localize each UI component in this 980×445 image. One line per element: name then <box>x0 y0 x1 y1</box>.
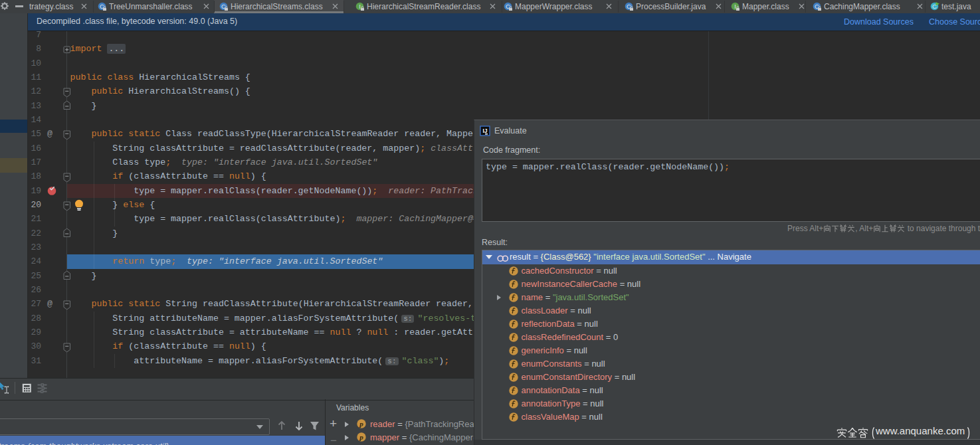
svg-text:I: I <box>359 3 361 10</box>
svg-text:p: p <box>359 420 363 428</box>
svg-text:p: p <box>359 433 363 441</box>
svg-text:C: C <box>932 3 937 10</box>
svg-text:IJ: IJ <box>482 128 487 134</box>
svg-text:I: I <box>734 3 736 10</box>
